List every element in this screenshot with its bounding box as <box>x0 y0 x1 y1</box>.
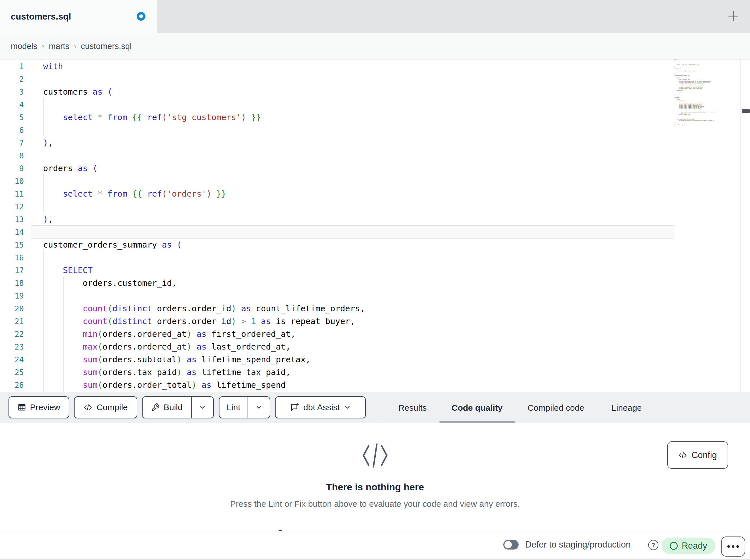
code-text: sum(orders.tax_paid) as lifetime_tax_pai… <box>43 366 291 379</box>
code-text: sum(orders.subtotal) as lifetime_spend_p… <box>43 353 311 366</box>
code-line[interactable]: 6 <box>0 124 674 137</box>
code-text: max(orders.ordered_at) as last_ordered_a… <box>43 340 291 353</box>
lint-split-button: Lint <box>219 396 270 418</box>
breadcrumb-models[interactable]: models <box>11 42 37 51</box>
dot-icon <box>727 545 730 548</box>
breadcrumb: models › marts › customers.sql <box>11 33 132 59</box>
table-icon <box>18 403 26 412</box>
code-text: ), <box>43 137 53 149</box>
line-number: 12 <box>0 200 24 213</box>
code-line[interactable]: 19 <box>0 290 674 302</box>
code-line[interactable]: 16 <box>0 251 674 264</box>
window-bottom-edge <box>0 559 750 560</box>
compile-label: Compile <box>96 402 127 412</box>
ready-label: Ready <box>682 541 707 551</box>
chevron-right-icon: › <box>42 42 44 51</box>
code-line[interactable]: 21 count(distinct orders.order_id) > 1 a… <box>0 315 674 328</box>
chevron-down-icon <box>199 403 206 411</box>
code-line[interactable]: 11 select * from {{ ref('orders') }} <box>0 188 674 200</box>
chevron-right-icon: › <box>74 42 77 51</box>
compile-button[interactable]: Compile <box>74 396 137 418</box>
code-line[interactable]: 5 select * from {{ ref('stg_customers') … <box>0 111 674 124</box>
unsaved-changes-dot-icon <box>137 12 145 21</box>
lint-button[interactable]: Lint <box>219 402 248 412</box>
code-line[interactable]: 4 <box>0 98 674 111</box>
code-line[interactable]: 12 <box>0 200 674 213</box>
new-tab-button[interactable] <box>725 8 742 25</box>
code-line[interactable]: 17 SELECT <box>0 264 674 277</box>
code-line[interactable]: 8 <box>0 149 674 162</box>
code-text: orders.customer_id, <box>43 277 177 290</box>
code-line[interactable]: 15customer_orders_summary as ( <box>0 238 674 251</box>
line-number: 9 <box>0 162 24 175</box>
code-text: count(distinct orders.order_id) as count… <box>43 302 365 315</box>
code-line[interactable]: 26 sum(orders.order_total) as lifetime_s… <box>0 379 674 392</box>
ready-ring-icon <box>670 542 678 550</box>
code-line[interactable]: 1with <box>0 60 674 73</box>
plus-icon <box>727 10 739 22</box>
line-number: 1 <box>0 60 24 73</box>
line-number: 15 <box>0 238 24 251</box>
toggle-knob-icon <box>505 541 512 548</box>
dbt-assist-button[interactable]: dbt Assist <box>275 396 366 418</box>
file-tab-customers-sql[interactable]: customers.sql <box>0 0 157 33</box>
line-number: 10 <box>0 175 24 188</box>
code-line[interactable]: 20 count(distinct orders.order_id) as co… <box>0 302 674 315</box>
minimap[interactable]: with customers as ( select * from {{ ref… <box>674 60 722 127</box>
code-line[interactable]: 13), <box>0 213 674 226</box>
dot-icon <box>732 545 734 548</box>
code-text: ), <box>43 213 53 226</box>
action-strip: Preview Compile Build Lint <box>0 392 750 423</box>
empty-state-subtitle: Press the Lint or Fix button above to ev… <box>0 499 750 509</box>
line-number: 6 <box>0 124 24 137</box>
editor-scrollbar-thumb[interactable] <box>742 109 750 113</box>
line-number: 14 <box>0 226 24 238</box>
breadcrumb-bar: models › marts › customers.sql Save <box>0 33 750 60</box>
code-line[interactable]: 9orders as ( <box>0 162 674 175</box>
lint-dropdown-button[interactable] <box>248 403 270 411</box>
code-quality-panel: Config There is nothing here Press the L… <box>0 423 750 531</box>
line-number: 7 <box>0 137 24 149</box>
code-text: with <box>43 60 63 73</box>
tab-compiled-code[interactable]: Compiled code <box>521 392 591 423</box>
code-line[interactable]: 18 orders.customer_id, <box>0 277 674 290</box>
build-label: Build <box>164 402 183 412</box>
code-line[interactable]: 24 sum(orders.subtotal) as lifetime_spen… <box>0 353 674 366</box>
strip-divider <box>377 392 377 423</box>
dot-icon <box>736 545 739 548</box>
preview-button[interactable]: Preview <box>8 396 69 418</box>
code-text: SELECT <box>43 264 93 277</box>
sql-editor[interactable]: 1with23customers as (45 select * from {{… <box>0 60 750 392</box>
more-options-button[interactable] <box>721 537 745 557</box>
preview-label: Preview <box>30 402 60 412</box>
build-dropdown-button[interactable] <box>192 403 213 411</box>
line-number: 24 <box>0 353 24 366</box>
code-line[interactable]: 14 <box>0 226 674 238</box>
line-number: 3 <box>0 86 24 98</box>
code-line[interactable]: 10 <box>0 175 674 188</box>
code-brackets-icon <box>358 442 392 469</box>
tab-code-quality[interactable]: Code quality <box>438 392 516 423</box>
code-text: select * from {{ ref('orders') }} <box>43 188 226 200</box>
code-line[interactable]: 22 min(orders.ordered_at) as first_order… <box>0 328 674 340</box>
empty-state-icon-wrap <box>0 442 750 470</box>
tab-results[interactable]: Results <box>394 392 431 423</box>
wrench-icon <box>151 403 160 412</box>
code-line[interactable]: 7), <box>0 137 674 149</box>
code-text: min(orders.ordered_at) as first_ordered_… <box>43 328 296 340</box>
line-number: 25 <box>0 366 24 379</box>
code-line[interactable]: 3customers as ( <box>0 86 674 98</box>
line-number: 4 <box>0 98 24 111</box>
tab-lineage[interactable]: Lineage <box>605 392 648 423</box>
line-number: 23 <box>0 340 24 353</box>
build-split-button: Build <box>142 396 214 418</box>
build-button[interactable]: Build <box>143 402 191 412</box>
defer-toggle[interactable] <box>503 540 519 549</box>
code-line[interactable]: 23 max(orders.ordered_at) as last_ordere… <box>0 340 674 353</box>
help-icon[interactable]: ? <box>648 540 658 550</box>
code-line[interactable]: 2 <box>0 73 674 86</box>
line-number: 20 <box>0 302 24 315</box>
line-number: 17 <box>0 264 24 277</box>
breadcrumb-marts[interactable]: marts <box>49 42 70 51</box>
code-line[interactable]: 25 sum(orders.tax_paid) as lifetime_tax_… <box>0 366 674 379</box>
